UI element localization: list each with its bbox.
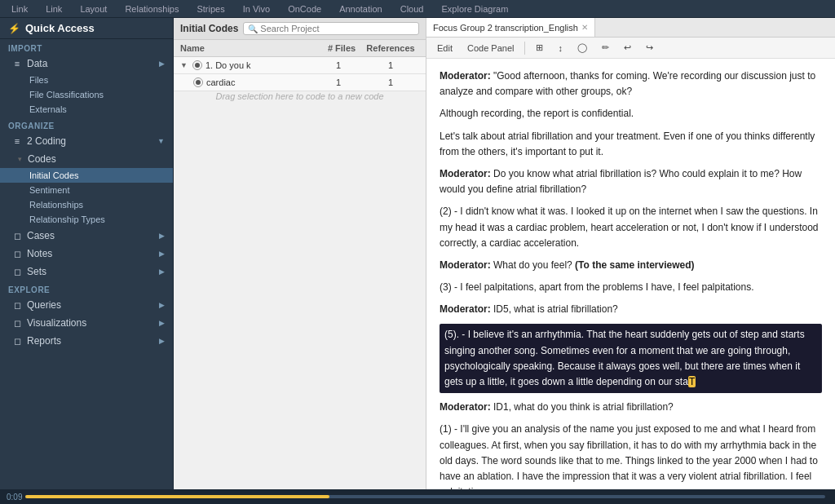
- queries-arrow-icon: ▶: [159, 301, 165, 309]
- main-layout: ⚡ Quick Access IMPORT ≡ Data ▶ Files Fil…: [0, 18, 835, 489]
- moderator-label: Moderator:: [440, 70, 491, 82]
- doc-tab-bar: Focus Group 2 transcription_English ✕: [426, 18, 835, 38]
- row-files: 1: [318, 60, 359, 70]
- sentiment-label: Sentiment: [29, 185, 70, 195]
- cases-label: Cases: [27, 230, 55, 241]
- quick-access-header: ⚡ Quick Access: [0, 18, 173, 39]
- emphasis-text: (To the same interviewed): [575, 259, 694, 271]
- tab-annotation[interactable]: Annotation: [331, 2, 391, 15]
- progress-fill: [25, 495, 329, 498]
- sidebar-item-queries[interactable]: ◻ Queries ▶: [0, 296, 173, 314]
- table-row[interactable]: ▼ 1. Do you k 1 1: [174, 57, 426, 74]
- sidebar-item-notes[interactable]: ◻ Notes ▶: [0, 245, 173, 263]
- notes-icon: ◻: [11, 248, 23, 259]
- doc-paragraph: Moderator: ID5, what is atrial fibrillat…: [440, 302, 822, 317]
- close-icon[interactable]: ✕: [581, 23, 588, 32]
- sidebar-item-externals[interactable]: Externals: [0, 102, 173, 117]
- search-icon: 🔍: [248, 24, 258, 33]
- files-label: Files: [29, 75, 48, 85]
- reports-icon: ◻: [11, 335, 23, 347]
- toolbar-icon-5[interactable]: ↩: [620, 42, 635, 54]
- sets-label: Sets: [27, 266, 46, 277]
- sidebar-item-codes[interactable]: ▾ Codes: [0, 150, 173, 168]
- time-label: 0:09: [7, 493, 22, 502]
- sidebar: ⚡ Quick Access IMPORT ≡ Data ▶ Files Fil…: [0, 18, 174, 489]
- toolbar-icon-4[interactable]: ✏: [598, 42, 613, 54]
- doc-tab[interactable]: Focus Group 2 transcription_English ✕: [426, 18, 595, 37]
- section-import: IMPORT: [0, 39, 173, 55]
- moderator-label: Moderator:: [440, 401, 491, 413]
- toolbar-edit-btn[interactable]: Edit: [433, 42, 457, 54]
- sidebar-item-reports[interactable]: ◻ Reports ▶: [0, 332, 173, 350]
- sidebar-item-file-classifications[interactable]: File Classifications: [0, 87, 173, 102]
- section-organize: ORGANIZE: [0, 117, 173, 132]
- progress-bar[interactable]: [25, 495, 825, 498]
- sidebar-item-sets[interactable]: ◻ Sets ▶: [0, 263, 173, 281]
- initial-codes-label: Initial Codes: [29, 170, 79, 180]
- row-name: cardiac: [206, 77, 315, 87]
- moderator-label: Moderator:: [440, 259, 491, 271]
- notes-label: Notes: [27, 248, 52, 259]
- sidebar-item-initial-codes[interactable]: Initial Codes: [0, 168, 173, 183]
- sidebar-item-visualizations[interactable]: ◻ Visualizations ▶: [0, 314, 173, 332]
- toolbar-icon-6[interactable]: ↪: [642, 42, 657, 54]
- toolbar-icon-3[interactable]: ◯: [573, 42, 591, 54]
- tab-stripes[interactable]: Stripes: [188, 2, 232, 15]
- notes-arrow-icon: ▶: [159, 250, 165, 258]
- search-box[interactable]: 🔍: [243, 22, 419, 35]
- coding-arrow-icon: ▼: [157, 137, 165, 145]
- doc-paragraph: Let's talk about atrial fibrillation and…: [440, 129, 822, 160]
- data-arrow-icon: ▶: [159, 60, 165, 68]
- relationships-label: Relationships: [29, 200, 83, 210]
- visualizations-icon: ◻: [11, 317, 23, 329]
- sidebar-item-files[interactable]: Files: [0, 73, 173, 87]
- tab-in-vivo[interactable]: In Vivo: [235, 2, 278, 15]
- tab-link-1[interactable]: Link: [3, 2, 36, 15]
- highlight-marker: T: [688, 376, 696, 387]
- tab-relationships[interactable]: Relationships: [117, 2, 187, 15]
- toolbar-code-panel-btn[interactable]: Code Panel: [463, 42, 519, 54]
- sidebar-item-relationship-types[interactable]: Relationship Types: [0, 212, 173, 227]
- table-row[interactable]: cardiac 1 1: [174, 74, 426, 91]
- toolbar-icon-1[interactable]: ⊞: [532, 42, 547, 54]
- tab-cloud[interactable]: Cloud: [392, 2, 432, 15]
- doc-paragraph: (1) - I'll give you an analysis of the n…: [440, 422, 822, 489]
- row-expand-icon: ▼: [180, 61, 188, 69]
- row-radio[interactable]: [193, 77, 203, 87]
- radio-dot: [195, 63, 200, 68]
- quick-access-icon: ⚡: [8, 23, 20, 34]
- externals-label: Externals: [29, 104, 67, 114]
- section-explore: EXPLORE: [0, 281, 173, 296]
- reports-label: Reports: [27, 335, 61, 347]
- tab-oncode[interactable]: OnCode: [280, 2, 329, 15]
- doc-content: Moderator: "Good afternoon, thanks for c…: [426, 59, 835, 489]
- tab-layout[interactable]: Layout: [72, 2, 115, 15]
- tab-link-2[interactable]: Link: [38, 2, 70, 15]
- data-icon: ≡: [11, 58, 23, 69]
- toolbar-separator: [524, 42, 525, 55]
- sidebar-item-cases[interactable]: ◻ Cases ▶: [0, 227, 173, 245]
- codes-table-header: Name # Files References: [174, 40, 426, 57]
- codes-table: Name # Files References ▼ 1. Do you k 1 …: [174, 40, 426, 489]
- cases-arrow-icon: ▶: [159, 232, 165, 240]
- search-input[interactable]: [260, 24, 414, 33]
- doc-paragraph: Moderator: ID1, what do you think is atr…: [440, 400, 822, 415]
- doc-paragraph: Although recording, the report is confid…: [440, 106, 822, 122]
- middle-panel: Initial Codes 🔍 Name # Files References …: [174, 18, 426, 489]
- moderator-label: Moderator:: [440, 303, 491, 315]
- queries-icon: ◻: [11, 299, 23, 311]
- sidebar-item-sentiment[interactable]: Sentiment: [0, 183, 173, 197]
- col-header-name: Name: [180, 43, 321, 53]
- row-refs: 1: [362, 77, 419, 87]
- doc-paragraph: Moderator: "Good afternoon, thanks for c…: [440, 69, 822, 99]
- relationship-types-label: Relationship Types: [29, 214, 105, 224]
- visualizations-label: Visualizations: [27, 317, 86, 329]
- toolbar-icon-2[interactable]: ↕: [554, 42, 567, 54]
- tab-explore-diagram[interactable]: Explore Diagram: [433, 2, 516, 15]
- codes-expand-icon: ▾: [18, 155, 22, 163]
- sidebar-item-coding[interactable]: ≡ 2 Coding ▼: [0, 132, 173, 150]
- doc-paragraph: Moderator: What do you feel? (To the sam…: [440, 258, 822, 273]
- sidebar-item-relationships[interactable]: Relationships: [0, 197, 173, 212]
- row-radio[interactable]: [192, 60, 202, 70]
- sidebar-item-data[interactable]: ≡ Data ▶: [0, 55, 173, 73]
